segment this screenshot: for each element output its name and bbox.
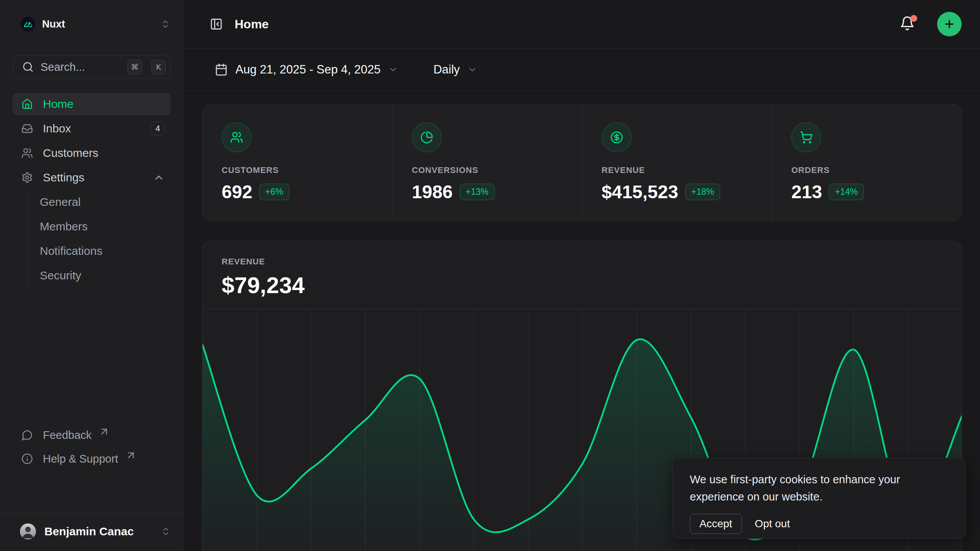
stats-panel: CUSTOMERS 692 +6% CONVERSIONS 1986 +13% (202, 104, 962, 221)
stat-conversions[interactable]: CONVERSIONS 1986 +13% (392, 105, 582, 221)
stat-delta-badge: +18% (685, 184, 720, 200)
info-circle-icon (21, 453, 33, 465)
users-icon (222, 122, 252, 152)
sidebar-item-customers[interactable]: Customers (13, 142, 171, 164)
sidebar-nav: Home Inbox 4 Customers Settings General … (13, 93, 171, 289)
cookie-message: We use first-party cookies to enhance yo… (690, 471, 927, 505)
stat-orders[interactable]: ORDERS 213 +14% (772, 105, 962, 221)
stat-label: CUSTOMERS (222, 165, 392, 175)
dollar-circle-icon (602, 122, 632, 152)
stat-value: $415,523 (602, 181, 678, 202)
notifications-button[interactable] (900, 16, 916, 33)
help-support-label: Help & Support (43, 453, 118, 465)
stat-value: 692 (222, 181, 252, 202)
pie-chart-icon (412, 122, 442, 152)
optout-cookies-button[interactable]: Opt out (755, 518, 790, 530)
kbd-cmd: ⌘ (127, 60, 142, 74)
stat-label: CONVERSIONS (412, 165, 582, 175)
sidebar-subitem-label: Security (40, 269, 165, 282)
search-icon (22, 61, 34, 73)
cart-icon (791, 122, 821, 152)
sidebar: Nuxt Search... ⌘ K Home Inbox 4 Customer… (0, 0, 184, 551)
sidebar-subitem-label: Notifications (40, 245, 165, 258)
chevrons-up-down-icon (161, 527, 171, 536)
chart-title: REVENUE (222, 257, 962, 267)
message-circle-icon (21, 429, 33, 441)
sidebar-item-home[interactable]: Home (13, 93, 171, 115)
sidebar-item-members[interactable]: Members (40, 215, 171, 238)
stat-delta-badge: +14% (829, 184, 864, 200)
accept-cookies-button[interactable]: Accept (690, 514, 742, 534)
stat-revenue[interactable]: REVENUE $415,523 +18% (582, 105, 772, 221)
page-title: Home (235, 17, 889, 31)
notification-dot (910, 15, 917, 22)
topbar: Home (184, 0, 980, 49)
date-range-picker[interactable]: Aug 21, 2025 - Sep 4, 2025 (208, 57, 405, 82)
collapse-sidebar-button[interactable] (209, 16, 224, 32)
house-icon (21, 98, 33, 110)
stat-customers[interactable]: CUSTOMERS 692 +6% (203, 105, 392, 221)
chart-current-value: $79,234 (222, 272, 962, 298)
sidebar-item-label: Customers (43, 147, 165, 160)
workspace-switcher[interactable]: Nuxt (21, 15, 170, 34)
stat-label: REVENUE (602, 165, 772, 175)
search-placeholder: Search... (41, 61, 118, 73)
workspace-name: Nuxt (42, 18, 154, 30)
sidebar-item-settings[interactable]: Settings (13, 166, 171, 189)
sidebar-subitem-label: Members (40, 220, 165, 233)
granularity-select[interactable]: Daily (426, 57, 484, 82)
sidebar-footer: Feedback Help & Support (13, 423, 171, 471)
inbox-icon (21, 123, 33, 134)
feedback-link[interactable]: Feedback (13, 423, 171, 447)
sidebar-subitem-label: General (40, 196, 165, 209)
avatar (20, 523, 36, 540)
sidebar-item-security[interactable]: Security (40, 264, 171, 287)
cookie-banner: We use first-party cookies to enhance yo… (673, 458, 966, 539)
sidebar-item-general[interactable]: General (40, 191, 171, 213)
stat-value: 1986 (412, 181, 453, 202)
sidebar-divider (0, 513, 183, 514)
stat-value: 213 (791, 181, 822, 202)
external-link-arrow-icon (98, 426, 110, 437)
chevron-up-icon (153, 172, 165, 183)
calendar-icon (215, 63, 228, 76)
nuxt-logo-icon (21, 17, 35, 31)
panel-left-close-icon (210, 18, 223, 31)
sidebar-item-notifications[interactable]: Notifications (40, 240, 171, 262)
user-name: Benjamin Canac (44, 525, 152, 538)
user-menu[interactable]: Benjamin Canac (8, 519, 176, 544)
sidebar-item-label: Settings (43, 171, 143, 184)
external-link-arrow-icon (125, 450, 137, 461)
search-input[interactable]: Search... ⌘ K (13, 55, 171, 78)
sidebar-item-inbox[interactable]: Inbox 4 (13, 117, 171, 140)
plus-icon (943, 18, 956, 30)
gear-icon (21, 172, 33, 183)
chevron-down-icon (467, 65, 477, 75)
feedback-label: Feedback (43, 429, 91, 442)
sidebar-item-label: Home (43, 98, 165, 111)
filter-bar: Aug 21, 2025 - Sep 4, 2025 Daily (184, 49, 980, 91)
help-support-link[interactable]: Help & Support (13, 447, 171, 471)
settings-subnav: General Members Notifications Security (28, 191, 171, 287)
granularity-value: Daily (433, 63, 460, 77)
inbox-count-badge: 4 (151, 122, 165, 135)
kbd-k: K (151, 60, 166, 74)
users-icon (21, 147, 33, 159)
stat-label: ORDERS (791, 165, 962, 175)
stat-delta-badge: +6% (259, 184, 289, 200)
chevrons-up-down-icon (160, 19, 170, 29)
add-button[interactable] (937, 12, 962, 36)
stat-delta-badge: +13% (460, 184, 495, 200)
chevron-down-icon (388, 65, 398, 75)
sidebar-item-label: Inbox (43, 122, 141, 135)
date-range-value: Aug 21, 2025 - Sep 4, 2025 (235, 63, 381, 77)
